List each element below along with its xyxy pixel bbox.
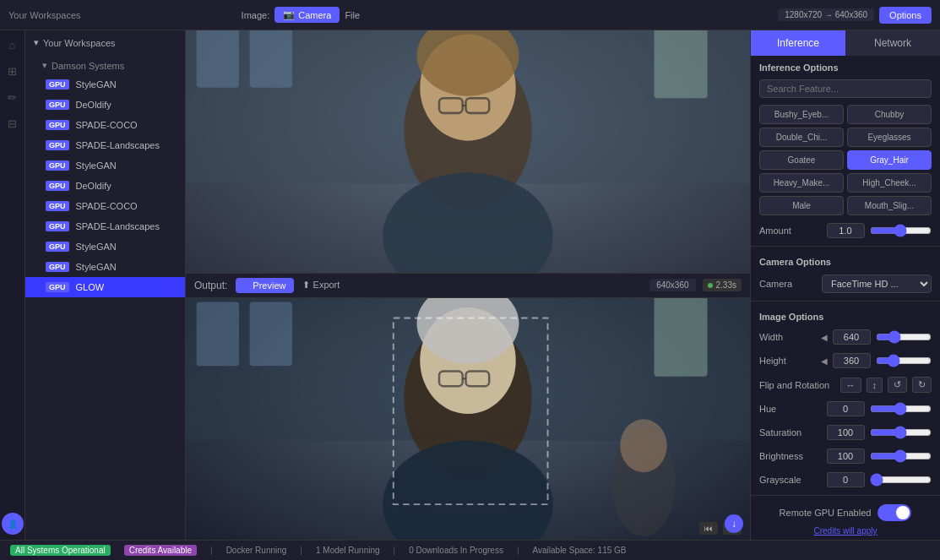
sidebar-header: ▾ Your Workspaces (25, 30, 185, 55)
layers-icon[interactable]: ⊞ (8, 65, 17, 78)
brightness-input[interactable] (827, 449, 865, 464)
width-minus-icon[interactable]: ◀ (821, 333, 828, 342)
saturation-input[interactable] (827, 425, 865, 440)
gpu-badge: GPU (46, 242, 69, 252)
file-button[interactable]: File (345, 10, 360, 20)
bottom-video-svg (186, 298, 750, 541)
sidebar-item-styleGAN-4[interactable]: GPU StyleGAN (25, 257, 185, 277)
flip-horizontal-button[interactable]: ↔ (840, 378, 861, 393)
feature-male[interactable]: Male (759, 196, 844, 215)
sep-2: | (300, 546, 302, 555)
gpu-badge: GPU (46, 160, 69, 171)
feature-chubby[interactable]: Chubby (847, 105, 932, 124)
rotate-cw-button[interactable]: ↻ (912, 377, 932, 393)
sidebar-item-label: StyleGAN (76, 79, 117, 90)
output-label: Output: (194, 280, 227, 291)
feature-grid: Bushy_Eyeb... Chubby Double_Chi... Eyegl… (751, 101, 940, 219)
output-time: 2.33s (703, 279, 742, 291)
amount-slider[interactable] (870, 224, 932, 237)
rotate-ccw-button[interactable]: ↺ (888, 377, 907, 393)
sidebar-item-deoldify-2[interactable]: GPU DeOldify (25, 176, 185, 196)
camera-label: Camera (298, 10, 331, 20)
grayscale-slider[interactable] (870, 473, 932, 487)
model-status: 1 Model Running (316, 546, 380, 555)
export-button[interactable]: ⬆ Export (302, 280, 340, 291)
options-tab[interactable]: Options (879, 7, 932, 24)
height-minus-icon[interactable]: ◀ (821, 356, 828, 366)
divider-3 (751, 495, 940, 496)
top-video-placeholder (186, 30, 750, 273)
svg-rect-9 (197, 30, 239, 88)
amount-input[interactable] (827, 223, 865, 238)
grayscale-input[interactable] (827, 472, 865, 487)
sidebar-item-styleGAN-3[interactable]: GPU StyleGAN (25, 237, 185, 257)
top-video-svg (186, 30, 750, 273)
grid-icon[interactable]: ⊟ (8, 117, 17, 130)
svg-rect-24 (655, 298, 708, 377)
gpu-badge: GPU (46, 140, 69, 150)
height-slider[interactable] (876, 354, 932, 367)
width-input[interactable] (833, 329, 871, 345)
sidebar-item-glow[interactable]: GPU GLOW (25, 277, 185, 297)
top-video-area (186, 30, 750, 273)
hue-slider[interactable] (870, 402, 932, 416)
sidebar-item-label: StyleGAN (76, 262, 117, 272)
saturation-slider[interactable] (870, 426, 932, 439)
edit-icon[interactable]: ✏ (8, 91, 17, 104)
sidebar-item-label: SPADE-Landscapes (76, 221, 160, 231)
credits-link[interactable]: Credits will apply (813, 526, 877, 536)
divider-1 (751, 246, 940, 247)
feature-double-chin[interactable]: Double_Chi... (759, 128, 844, 147)
collapse-icon[interactable]: ▾ (34, 37, 39, 48)
workspace-name: ▾ Damson Systems (25, 55, 185, 74)
sidebar-item-styleGAN-2[interactable]: GPU StyleGAN (25, 155, 185, 176)
sidebar-item-deoldify-1[interactable]: GPU DeOldify (25, 95, 185, 115)
gpu-badge: GPU (46, 79, 69, 90)
credits-badge[interactable]: Credits Available (124, 545, 197, 556)
feature-eyeglasses[interactable]: Eyeglasses (847, 128, 932, 147)
feature-mouth-slightly-open[interactable]: Mouth_Slig... (847, 196, 932, 215)
grayscale-row: Grayscale (751, 468, 940, 492)
remote-gpu-toggle[interactable] (878, 504, 911, 521)
sidebar: ▾ Your Workspaces ▾ Damson Systems GPU S… (25, 30, 186, 540)
brightness-slider[interactable] (870, 449, 932, 463)
height-input[interactable] (833, 353, 871, 368)
remote-gpu-label: Remote GPU Enabled (780, 508, 872, 518)
left-icon-rail: ⌂ ⊞ ✏ ⊟ 👤 (0, 30, 25, 540)
sidebar-item-label: StyleGAN (76, 160, 117, 171)
user-avatar[interactable]: 👤 (2, 513, 24, 535)
feature-heavy-makeup[interactable]: Heavy_Make... (759, 173, 844, 193)
sidebar-item-spade-landscapes-1[interactable]: GPU SPADE-Landscapes (25, 135, 185, 155)
camera-select[interactable]: FaceTime HD ... (822, 275, 932, 293)
camera-button[interactable]: 📷 Camera (274, 7, 340, 23)
inference-tab[interactable]: Inference (751, 30, 845, 56)
workspace-group: ▾ Damson Systems GPU StyleGAN GPU DeOldi… (25, 55, 185, 297)
sidebar-item-styleGAN-1[interactable]: GPU StyleGAN (25, 74, 185, 95)
feature-gray-hair[interactable]: Gray_Hair (847, 150, 932, 170)
flip-vertical-button[interactable]: ↕ (867, 378, 883, 393)
docker-status: Docker Running (226, 546, 287, 555)
output-bar: Output: Preview ⬆ Export 640x360 2.33s (186, 273, 750, 298)
feature-goatee[interactable]: Goatee (759, 150, 844, 170)
preview-button[interactable]: Preview (236, 278, 294, 293)
saturation-label: Saturation (759, 427, 822, 438)
width-slider[interactable] (876, 330, 932, 344)
scroll-down-button[interactable]: ↓ (725, 514, 743, 533)
home-icon[interactable]: ⌂ (9, 39, 16, 52)
image-section-title: Image Options (751, 305, 940, 325)
dot-icon (244, 283, 249, 288)
resolution-badge: 1280x720 → 640x360 (778, 8, 874, 21)
rewind-button[interactable]: ⏮ (699, 522, 718, 535)
width-label: Width (759, 332, 816, 342)
sidebar-item-spade-coco-2[interactable]: GPU SPADE-COCO (25, 196, 185, 216)
height-row: Height ◀ (751, 349, 940, 372)
hue-input[interactable] (827, 401, 865, 416)
sep-3: | (394, 546, 396, 555)
toggle-slider (878, 504, 911, 521)
feature-bushy-eyebrows[interactable]: Bushy_Eyeb... (759, 105, 844, 124)
sidebar-item-spade-coco-1[interactable]: GPU SPADE-COCO (25, 115, 185, 135)
feature-high-cheekbones[interactable]: High_Cheek... (847, 173, 932, 193)
sidebar-item-spade-landscapes-2[interactable]: GPU SPADE-Landscapes (25, 216, 185, 237)
network-tab[interactable]: Network (845, 30, 940, 56)
feature-search-input[interactable] (759, 79, 932, 98)
